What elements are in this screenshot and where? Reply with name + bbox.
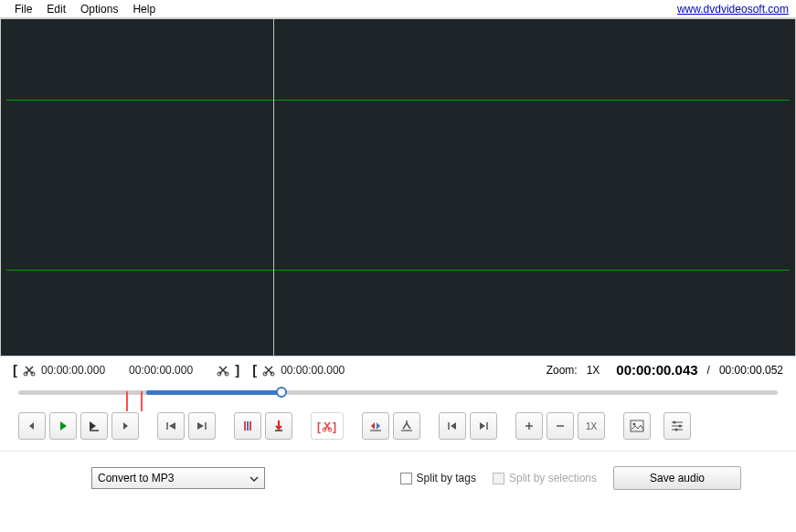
skip-forward-button[interactable] — [111, 412, 139, 440]
chevron-down-icon — [249, 472, 259, 484]
svg-point-27 — [633, 423, 636, 426]
split-by-tags-label: Split by tags — [417, 472, 476, 484]
svg-text:]: ] — [333, 420, 336, 433]
save-audio-label: Save audio — [650, 472, 705, 484]
website-link[interactable]: www.dvdvideosoft.com — [677, 3, 789, 16]
checkbox-box — [493, 473, 504, 484]
scissors-icon — [217, 364, 229, 377]
trim-start-button[interactable] — [362, 412, 389, 440]
waveform-view[interactable] — [0, 18, 796, 356]
prev-marker-button[interactable] — [157, 412, 185, 440]
marker-2[interactable] — [141, 391, 143, 411]
set-markers-button[interactable] — [234, 412, 261, 440]
go-start-button[interactable] — [439, 412, 466, 440]
split-by-selections-checkbox: Split by selections — [493, 472, 597, 484]
bracket-open-icon: [ — [252, 362, 257, 378]
cut-selection-button[interactable]: [] — [311, 412, 344, 440]
zoom-out-button[interactable] — [547, 412, 574, 440]
svg-text:[: [ — [317, 420, 321, 433]
playhead-cursor — [273, 19, 274, 356]
marker-1[interactable] — [126, 391, 128, 411]
selection-new-group: [ 00:00:00.000 — [252, 362, 345, 378]
format-combo-value: Convert to MP3 — [98, 472, 174, 484]
scissors-icon — [23, 364, 36, 377]
zoom-1x-label: 1X — [586, 421, 597, 431]
skip-back-button[interactable] — [18, 412, 46, 440]
checkbox-box — [400, 473, 412, 484]
split-by-tags-checkbox[interactable]: Split by tags — [400, 472, 476, 484]
menu-edit[interactable]: Edit — [39, 1, 73, 17]
save-audio-button[interactable]: Save audio — [613, 466, 741, 490]
svg-point-15 — [323, 428, 326, 431]
zoom-in-button[interactable] — [515, 412, 543, 440]
zoom-value: 1X — [587, 364, 600, 377]
selection-end-group: ] — [217, 362, 239, 378]
waveform-channel-1 — [6, 100, 790, 101]
menu-file[interactable]: File — [7, 1, 39, 17]
selection-duration-group: 00:00:00.000 — [129, 364, 193, 377]
waveform-channel-2 — [6, 270, 790, 271]
svg-point-33 — [675, 429, 678, 431]
svg-point-29 — [674, 421, 676, 424]
playhead-handle[interactable] — [276, 387, 287, 398]
selection-duration-time: 00:00:00.000 — [129, 364, 193, 377]
play-selection-button[interactable] — [80, 412, 108, 440]
menu-options[interactable]: Options — [73, 1, 125, 17]
bracket-close-icon: ] — [235, 362, 239, 378]
selection-start-time: 00:00:00.000 — [41, 364, 105, 377]
settings-button[interactable] — [663, 412, 691, 440]
scissors-icon — [262, 364, 275, 377]
go-end-button[interactable] — [470, 412, 497, 440]
timeline-slider[interactable] — [0, 379, 796, 407]
cover-art-button[interactable] — [623, 412, 651, 440]
menu-help[interactable]: Help — [125, 1, 163, 17]
play-button[interactable] — [49, 412, 77, 440]
download-marker-button[interactable] — [265, 412, 292, 440]
trim-end-button[interactable] — [393, 412, 420, 440]
selection-range — [146, 390, 281, 395]
svg-point-31 — [679, 425, 682, 428]
time-separator: / — [707, 364, 710, 377]
selection-start-group: [ 00:00:00.000 — [13, 362, 105, 378]
split-by-selections-label: Split by selections — [509, 472, 597, 484]
zoom-reset-button[interactable]: 1X — [578, 412, 605, 440]
selection-new-time: 00:00:00.000 — [281, 364, 345, 377]
bracket-open-icon: [ — [13, 362, 17, 378]
zoom-label: Zoom: — [547, 364, 578, 377]
next-marker-button[interactable] — [188, 412, 216, 440]
format-combo[interactable]: Convert to MP3 — [91, 467, 265, 489]
current-time: 00:00:00.043 — [616, 362, 697, 378]
total-time: 00:00:00.052 — [719, 364, 783, 377]
